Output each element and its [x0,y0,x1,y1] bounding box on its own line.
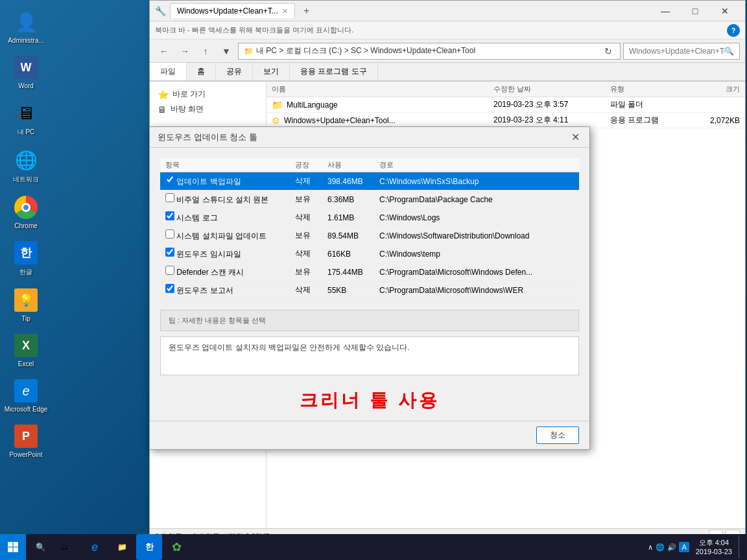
desktop-icon-hancom[interactable]: 한 한글 [3,237,49,279]
table-row-syslog[interactable]: 시스템 로그 삭제 1.61MB C:\Windows\Logs [160,209,579,227]
row-action-vs: 보유 [290,191,322,209]
sidebar-item-favorites[interactable]: ⭐ 바로 가기 [150,87,266,102]
row-path-backup: C:\Windows\WinSxS\Backup [374,172,579,191]
tray-chevron-icon[interactable]: ∧ [648,543,653,552]
sidebar-favorites-label: 바로 가기 [172,89,206,100]
row-action-wer: 삭제 [290,281,322,299]
desktop-icon-admin[interactable]: 👤 Administra... [3,6,49,47]
row-label-sysupdate: 시스템 설치파일 업데이트 [176,231,267,240]
address-path: 내 PC > 로컬 디스크 (C:) > SC > Windows+Update… [256,45,599,56]
table-row-backup[interactable]: 업데이트 백업파일 삭제 398.46MB C:\Windows\WinSxS\… [160,172,579,191]
mypc-icon: 🖥 [13,100,39,126]
recent-button[interactable]: ▼ [217,42,235,60]
desktop-icon-network[interactable]: 🌐 네트워크 [3,145,49,187]
windows-logo-icon [7,541,19,553]
explorer-titlebar: 🔧 Windows+Update+Clean+T... ✕ + — □ ✕ [150,1,745,21]
tab-view[interactable]: 보기 [253,63,290,80]
taskbar-green[interactable]: ✿ [163,534,189,560]
system-clock[interactable]: 오후 4:04 2019-03-23 [692,538,736,557]
volume-tray-icon[interactable]: 🔊 [667,543,676,552]
row-label-syslog: 시스템 로그 [176,213,217,222]
help-button[interactable]: ? [727,24,740,37]
checkbox-wer[interactable] [165,284,174,293]
desktop-icon-excel[interactable]: X Excel [3,330,49,370]
row-size-vs: 6.36MB [322,191,374,209]
show-desktop-button[interactable] [739,535,742,559]
refresh-button[interactable]: ↻ [602,42,615,60]
dialog-close-button[interactable]: ✕ [569,131,582,144]
ime-tray-icon[interactable]: A [679,542,689,552]
sidebar-item-desktop[interactable]: 🖥 바탕 화면 [150,102,266,117]
row-label-backup: 업데이트 백업파일 [176,177,241,186]
cleanup-table: 항목 공장 사용 경로 업데이트 백업파일 삭제 398.46MB C:\Win… [160,158,579,299]
taskbar-ie[interactable]: e [82,534,108,560]
desktop-icon-edge[interactable]: e Microsoft Edge [3,375,49,415]
checkbox-temp[interactable] [165,248,174,257]
start-button[interactable] [0,534,26,560]
up-button[interactable]: ↑ [196,42,215,60]
explorer-tab[interactable]: Windows+Update+Clean+T... ✕ [170,3,295,18]
close-button[interactable]: ✕ [710,1,740,21]
taskbar-han[interactable]: 한 [136,534,162,560]
table-row-wer[interactable]: 윈도우즈 보고서 삭제 55KB C:\ProgramData\Microsof… [160,281,579,299]
back-button[interactable]: ← [155,42,173,60]
table-row-vs[interactable]: 비주얼 스튜디오 설치 원본 보유 6.36MB C:\ProgramData\… [160,191,579,209]
col-header-type: 유형 [610,84,688,94]
bookmark-bar: 북마크 바 - 빠른 액세스를 위해 북마크들을 여기에 표시합니다. ? [150,21,745,40]
taskbar-folder[interactable]: 📁 [109,534,135,560]
tip-label-icon: Tip [21,315,30,322]
desktop-icon: 🖥 [158,104,167,115]
col-size: 사용 [322,158,374,172]
row-action-syslog: 삭제 [290,209,322,227]
maximize-button[interactable]: □ [680,1,710,21]
desktop-icon-chrome[interactable]: Chrome [3,192,49,232]
checkbox-vs[interactable] [165,193,174,202]
ppt-icon: P [13,423,39,449]
desktop-icon-tip[interactable]: 💡 Tip [3,285,49,325]
dialog-body: 항목 공장 사용 경로 업데이트 백업파일 삭제 398.46MB C:\Win… [150,148,589,310]
row-size-temp: 616KB [322,245,374,263]
col-header-date: 수정한 날짜 [493,84,610,94]
search-taskbar-icon[interactable]: 🔍 [29,535,52,559]
table-row-temp[interactable]: 윈도우즈 임시파일 삭제 616KB C:\Windows\temp [160,245,579,263]
checkbox-defender[interactable] [165,266,174,275]
clock-date: 2019-03-23 [696,547,732,556]
tab-app-tools[interactable]: 응용 프로그램 도구 [290,63,378,80]
clean-button[interactable]: 청소 [536,426,579,444]
admin-label: Administra... [8,37,44,44]
edge-icon: e [13,378,39,404]
tab-home[interactable]: 홈 [187,63,216,80]
network-tray-icon[interactable]: 🌐 [656,543,665,552]
excel-label: Excel [18,360,34,368]
tab-share[interactable]: 공유 [216,63,253,80]
tip-icon: 💡 [13,287,39,313]
dialog-footer: 청소 [150,421,589,449]
row-path-sysupdate: C:\Windows\SoftwareDistribution\Download [374,227,579,245]
search-input[interactable] [629,47,724,56]
file-list-header: 이름 수정한 날짜 유형 크기 [267,82,745,97]
row-size-syslog: 1.61MB [322,209,374,227]
row-action-backup: 삭제 [290,172,322,191]
checkbox-sysupdate[interactable] [165,229,174,239]
checkbox-backup[interactable] [165,175,174,184]
ribbon: 파일 홈 공유 보기 응용 프로그램 도구 [150,63,745,82]
svg-rect-2 [8,548,12,552]
checkbox-syslog[interactable] [165,211,174,220]
table-row-sysupdate[interactable]: 시스템 설치파일 업데이트 보유 89.54MB C:\Windows\Soft… [160,227,579,245]
table-row-defender[interactable]: Defender 스캔 캐시 보유 175.44MB C:\ProgramDat… [160,263,579,281]
tab-file[interactable]: 파일 [150,63,187,80]
new-tab-button[interactable]: + [298,3,316,19]
desktop-icon-list: 👤 Administra... W Word 🖥 내 PC 🌐 네트워크 Chr… [0,0,52,467]
row-path-defender: C:\ProgramData\Microsoft\Windows Defen..… [374,263,579,281]
address-field[interactable]: 📁 내 PC > 로컬 디스크 (C:) > SC > Windows+Upda… [238,43,621,60]
row-path-vs: C:\ProgramData\Package Cache [374,191,579,209]
tab-close-icon[interactable]: ✕ [282,7,288,16]
desktop-icon-ppt[interactable]: P PowerPoint [3,421,49,461]
desktop-icon-word[interactable]: W Word [3,52,49,92]
minimize-button[interactable]: — [650,1,680,21]
file-row-multilanguage[interactable]: 📁MultiLanguage 2019-03-23 오후 3:57 파일 폴더 [267,97,745,113]
taskview-icon[interactable]: 🗂 [53,535,77,559]
desktop-icon-mypc[interactable]: 🖥 내 PC [3,97,49,139]
forward-button[interactable]: → [176,42,194,60]
search-field[interactable]: 🔍 [623,43,740,60]
